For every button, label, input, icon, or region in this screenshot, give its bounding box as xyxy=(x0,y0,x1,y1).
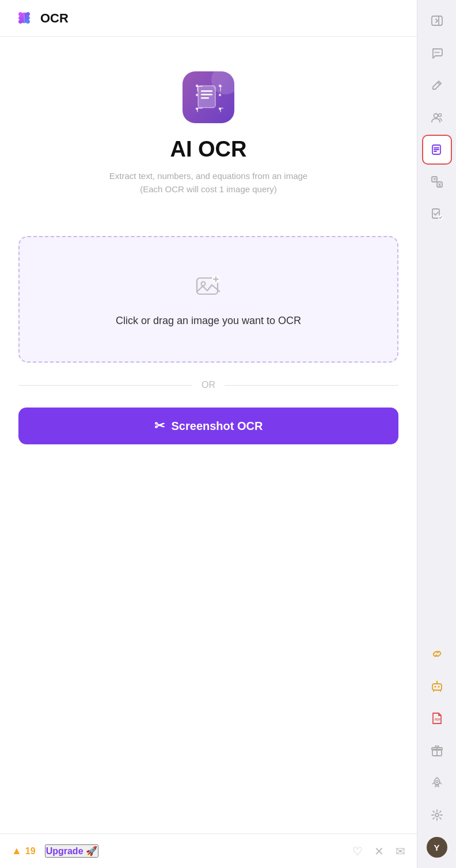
bottom-bar: ▲ 19 Upgrade 🚀 ♡ ✕ ✉ xyxy=(0,833,417,868)
sidebar-edit-btn[interactable] xyxy=(422,70,452,100)
heart-icon[interactable]: ♡ xyxy=(352,844,363,858)
gift-icon xyxy=(431,744,443,757)
sidebar-bottom: PDF xyxy=(417,639,456,862)
svg-rect-4 xyxy=(201,90,212,92)
svg-rect-42 xyxy=(432,684,442,690)
translate-icon xyxy=(431,176,443,188)
svg-rect-20 xyxy=(219,108,223,109)
hero-description: Extract text, numbers, and equations fro… xyxy=(109,170,307,196)
bottom-right-icons: ♡ ✕ ✉ xyxy=(352,844,405,858)
sidebar-toggle-btn[interactable] xyxy=(422,6,452,36)
avatar-label: Y xyxy=(434,843,439,852)
svg-point-53 xyxy=(436,781,438,783)
sidebar-pdf-btn[interactable]: PDF xyxy=(422,703,452,733)
link-icon xyxy=(431,648,443,660)
header-title: OCR xyxy=(40,11,69,26)
mail-icon[interactable]: ✉ xyxy=(396,844,405,858)
hero-section: AI OCR Extract text, numbers, and equati… xyxy=(0,37,417,219)
users-icon xyxy=(431,111,443,124)
svg-rect-18 xyxy=(196,108,203,109)
credits-icon: ▲ xyxy=(12,845,22,857)
svg-rect-8 xyxy=(219,94,221,96)
right-sidebar: PDF xyxy=(417,0,456,868)
sidebar-users-btn[interactable] xyxy=(422,102,452,132)
or-label: OR xyxy=(202,380,215,390)
ocr-icon xyxy=(431,143,443,156)
sidebar-translate-btn[interactable] xyxy=(422,167,452,197)
user-avatar[interactable]: Y xyxy=(427,837,447,858)
upgrade-rocket-icon: 🚀 xyxy=(86,846,97,856)
screenshot-btn-label: Screenshot OCR xyxy=(172,420,263,433)
sidebar-chat-btn[interactable] xyxy=(422,38,452,68)
svg-point-22 xyxy=(202,281,206,285)
logo: OCR xyxy=(14,8,69,29)
svg-point-29 xyxy=(436,52,437,53)
svg-rect-15 xyxy=(219,86,222,87)
x-icon[interactable]: ✕ xyxy=(374,844,384,858)
sidebar-gift-btn[interactable] xyxy=(422,736,452,766)
svg-rect-40 xyxy=(432,209,439,218)
sidebar-settings-btn[interactable] xyxy=(422,800,452,830)
credits-area: ▲ 19 Upgrade 🚀 xyxy=(12,844,98,858)
main-panel: OCR xyxy=(0,0,417,868)
upgrade-button[interactable]: Upgrade 🚀 xyxy=(45,844,98,858)
upload-prompt: Click or drag an image you want to OCR xyxy=(116,315,301,327)
upload-dropzone[interactable]: Click or drag an image you want to OCR xyxy=(18,236,398,363)
rocket-icon xyxy=(431,776,443,789)
check-document-icon xyxy=(431,208,443,220)
svg-rect-7 xyxy=(196,94,198,96)
screenshot-ocr-button[interactable]: ✂ Screenshot OCR xyxy=(18,408,398,444)
edit-icon xyxy=(431,79,443,92)
credits-count: 19 xyxy=(25,846,36,856)
upload-icon xyxy=(195,272,222,306)
svg-point-43 xyxy=(434,686,436,688)
brain-icon xyxy=(14,8,35,29)
svg-point-44 xyxy=(438,686,439,688)
hero-title: AI OCR xyxy=(170,137,247,162)
divider-line-right xyxy=(225,385,398,386)
svg-text:PDF: PDF xyxy=(435,718,440,721)
sidebar-check-btn[interactable] xyxy=(422,199,452,229)
svg-rect-6 xyxy=(201,97,209,99)
svg-rect-16 xyxy=(220,85,221,92)
svg-point-28 xyxy=(434,52,435,53)
svg-rect-5 xyxy=(201,94,212,96)
ocr-app-icon-svg xyxy=(193,82,223,112)
app-icon xyxy=(183,71,234,123)
pdf-icon: PDF xyxy=(431,712,443,725)
divider-line-left xyxy=(18,385,192,386)
bot-icon xyxy=(431,680,443,692)
settings-icon xyxy=(431,809,443,821)
svg-point-46 xyxy=(436,681,437,682)
svg-rect-2 xyxy=(198,86,215,108)
svg-rect-13 xyxy=(197,85,198,92)
sidebar-top xyxy=(417,6,456,229)
sidebar-link-btn[interactable] xyxy=(422,639,452,669)
svg-point-32 xyxy=(434,114,438,118)
svg-point-30 xyxy=(438,52,439,53)
svg-point-54 xyxy=(435,813,439,817)
or-divider: OR xyxy=(18,380,398,390)
toggle-panel-icon xyxy=(431,14,443,27)
sidebar-rocket-btn[interactable] xyxy=(422,768,452,798)
chat-icon xyxy=(431,47,443,59)
svg-point-33 xyxy=(438,114,441,117)
scissors-icon: ✂ xyxy=(154,418,165,433)
upgrade-label: Upgrade xyxy=(46,846,83,856)
sidebar-ocr-btn[interactable] xyxy=(422,135,452,165)
header: OCR xyxy=(0,0,417,37)
svg-rect-14 xyxy=(196,86,203,87)
svg-rect-10 xyxy=(219,85,221,87)
sidebar-bot-btn[interactable] xyxy=(422,671,452,701)
